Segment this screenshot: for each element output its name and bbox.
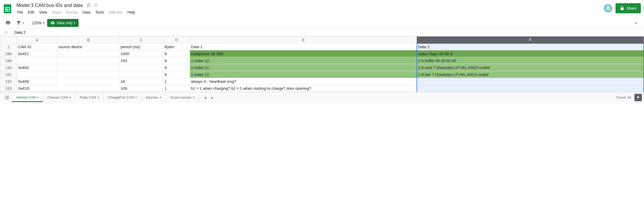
menu-view[interactable]: View xyxy=(37,9,49,15)
row-header[interactable]: 192 xyxy=(0,78,17,85)
menu-file[interactable]: File xyxy=(15,9,25,15)
tab-caret-icon[interactable]: ▾ xyxy=(160,96,161,99)
view-only-label: View only xyxy=(57,21,73,25)
view-only-button[interactable]: View only ▾ xyxy=(47,19,79,27)
cell[interactable]: 8 xyxy=(164,71,190,78)
cell[interactable]: source device xyxy=(57,43,120,50)
cell[interactable] xyxy=(57,71,120,78)
cell[interactable] xyxy=(120,71,164,78)
tab-caret-icon[interactable]: ▾ xyxy=(70,96,71,99)
tab-nav-left-icon[interactable]: ◂ xyxy=(202,94,208,101)
filter-icon[interactable]: ▾ xyxy=(14,19,26,27)
cell[interactable] xyxy=(57,57,120,64)
cell[interactable] xyxy=(17,71,57,78)
explore-button[interactable] xyxy=(634,94,642,101)
tab-caret-icon[interactable]: ▾ xyxy=(193,96,194,99)
cell[interactable]: 1 xyxy=(164,85,190,92)
doc-title[interactable]: Model 3 CAN bus IDs and data xyxy=(15,2,84,9)
sheet-tab[interactable]: Vehicle CAN▾ xyxy=(12,93,43,102)
cell[interactable]: period (ms) xyxy=(120,43,164,50)
cell[interactable]: b1 = 1 when charging? b2 = 1 when starti… xyxy=(190,85,417,92)
move-to-drive-icon[interactable]: + xyxy=(93,3,99,8)
cell[interactable] xyxy=(417,85,644,92)
col-header-F[interactable]: F xyxy=(417,36,644,43)
cell-active[interactable]: Data 2 xyxy=(417,43,644,50)
menu-data[interactable]: Data xyxy=(80,9,93,15)
svg-rect-0 xyxy=(4,4,11,13)
tab-caret-icon[interactable]: ▾ xyxy=(37,96,39,99)
sheet-tab-label: 20 pin connec xyxy=(170,95,191,99)
cell[interactable]: 1 xyxy=(164,78,190,85)
sheets-logo[interactable] xyxy=(2,3,13,14)
cell[interactable] xyxy=(57,64,120,71)
sheet-tab[interactable]: Chassis CAN▾ xyxy=(43,93,75,102)
menu-insert: Insert xyxy=(50,9,63,15)
cell[interactable]: 109 xyxy=(120,85,164,92)
cell[interactable]: 0x401 xyxy=(17,50,57,57)
sheet-tab[interactable]: Party CAN▾ xyxy=(75,93,103,102)
all-sheets-icon[interactable] xyxy=(2,93,12,102)
col-header-C[interactable]: C xyxy=(120,36,164,43)
cell[interactable]: 1-index 10 xyxy=(190,57,417,64)
sheet-tab[interactable]: Sources▾ xyxy=(141,93,166,102)
row-header[interactable]: 190 xyxy=(0,64,17,71)
share-button[interactable]: Share xyxy=(616,3,641,13)
cell[interactable]: CAN ID xyxy=(17,43,57,50)
cell[interactable]: 8 xyxy=(164,50,190,57)
col-header-D[interactable]: D xyxy=(164,36,190,43)
tab-caret-icon[interactable]: ▾ xyxy=(98,96,99,99)
sheet-tab-label: Chassis CAN xyxy=(47,95,68,99)
cell[interactable]: 8 xyxy=(164,64,190,71)
cell[interactable]: 250 xyxy=(120,57,164,64)
cell[interactable] xyxy=(417,78,644,85)
col-header-B[interactable]: B xyxy=(57,36,120,43)
cell[interactable]: 0x41D xyxy=(17,85,57,92)
sheet-tab[interactable]: 20 pin connec▾ xyxy=(166,93,199,102)
select-all-corner[interactable] xyxy=(0,36,17,43)
cell[interactable]: multiplexor u8 SB0 xyxy=(190,50,417,57)
zoom-select[interactable]: 125% ▾ xyxy=(30,20,46,26)
row-header-1[interactable]: 1 xyxy=(0,43,17,50)
sheet-tab[interactable]: ChargePort CAN▾ xyxy=(104,93,141,102)
print-icon[interactable] xyxy=(3,19,13,27)
col-header-E[interactable]: E xyxy=(190,36,417,43)
cell[interactable]: 0x409 xyxy=(17,78,57,85)
spreadsheet-grid[interactable]: A B C D E F 1 CAN ID source device perio… xyxy=(0,36,644,92)
anonymous-avatar[interactable] xyxy=(604,4,612,13)
formula-input[interactable] xyxy=(12,29,644,36)
cell[interactable]: 1-index 12 xyxy=(190,71,417,78)
menubar: File Edit View Insert Format Data Tools … xyxy=(15,9,604,15)
cell[interactable]: 2-8 next 7 characters of VIN, ASCII code… xyxy=(417,64,644,71)
cell[interactable] xyxy=(17,57,57,64)
menu-tools[interactable]: Tools xyxy=(93,9,106,15)
cell[interactable]: status flags u8 SB 8 xyxy=(417,50,644,57)
tab-caret-icon[interactable]: ▾ xyxy=(135,96,137,99)
cell[interactable]: 2-5 buffer 00 00 00 00 xyxy=(417,57,644,64)
cell[interactable] xyxy=(57,85,120,92)
col-header-A[interactable]: A xyxy=(17,36,57,43)
cell[interactable]: 8 xyxy=(164,57,190,64)
cell[interactable]: always 0 - heartbeat msg? xyxy=(190,78,417,85)
cell[interactable]: 0x405 xyxy=(17,64,57,71)
row-header[interactable]: 191 xyxy=(0,71,17,78)
sheet-tab-label: Vehicle CAN xyxy=(16,95,36,99)
cell[interactable] xyxy=(57,50,120,57)
row-header[interactable]: 193 xyxy=(0,85,17,92)
cell[interactable]: 2-8 last 7 characters of VIN, ASCII code… xyxy=(417,71,644,78)
menu-edit[interactable]: Edit xyxy=(26,9,36,15)
cell[interactable] xyxy=(120,64,164,71)
row-header[interactable]: 188 xyxy=(0,50,17,57)
collapse-toolbar-icon[interactable] xyxy=(631,19,641,27)
cell[interactable]: Bytes xyxy=(164,43,190,50)
formula-bar: fx xyxy=(0,29,644,36)
tab-nav-right-icon[interactable]: ▸ xyxy=(209,94,215,101)
selection-count[interactable]: Count: 54 xyxy=(613,95,634,99)
cell[interactable]: 1000 xyxy=(120,50,164,57)
cell[interactable]: Data 1 xyxy=(190,43,417,50)
cell[interactable]: 16 xyxy=(120,78,164,85)
star-icon[interactable] xyxy=(86,3,91,8)
menu-help[interactable]: Help xyxy=(125,9,137,15)
row-header[interactable]: 189 xyxy=(0,57,17,64)
cell[interactable] xyxy=(57,78,120,85)
cell[interactable]: 1-index 11 xyxy=(190,64,417,71)
